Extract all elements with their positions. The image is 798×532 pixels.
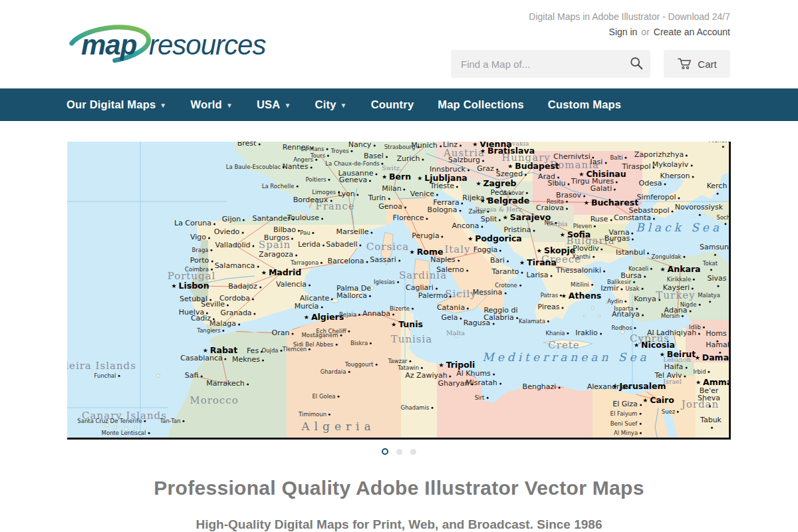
map-label: Brest (237, 142, 261, 148)
hero-map-slide[interactable]: Black SeaMediterranean SeaFranceSpainPor… (67, 142, 731, 440)
map-label: Tabuk (700, 416, 722, 431)
page-headline: Professional Quality Adobe Illustrator V… (0, 477, 798, 499)
map-label: Resita (547, 199, 568, 205)
map-label: Canary Islands (82, 411, 167, 421)
map-label: Kirikkale (667, 277, 695, 283)
map-label: Gela (441, 314, 462, 321)
map-label: Seville (201, 301, 229, 308)
map-label: Novorossiysk (675, 203, 723, 218)
map-label: Bologna (428, 206, 462, 213)
create-account-link[interactable]: Create an Account (654, 27, 730, 37)
nav-item-custom-maps[interactable]: Custom Maps (548, 98, 621, 111)
map-label: Limoges (312, 190, 340, 196)
map-label: Varna (608, 229, 633, 236)
carousel-dot-3[interactable] (410, 449, 416, 455)
map-label: Murcia (295, 303, 323, 310)
logo[interactable]: map resources (65, 22, 271, 66)
map-label: Athens (561, 292, 601, 301)
map-label: Thessaloniki (556, 267, 605, 274)
map-label: Cadiz (191, 315, 215, 322)
map-label: Tunisia (391, 334, 433, 344)
map-label: Marseille (336, 228, 372, 235)
map-label: Lausanne (338, 170, 377, 177)
map-label: Budapest (507, 162, 559, 171)
nav-item-world[interactable]: World▼ (190, 98, 233, 111)
map-label: Nicosia (634, 341, 675, 350)
search-input[interactable] (451, 50, 650, 78)
chevron-down-icon: ▼ (340, 102, 347, 109)
chevron-down-icon: ▼ (160, 102, 166, 109)
search-button[interactable] (628, 55, 645, 72)
map-label: Zonguldak (651, 254, 685, 260)
map-label: Israel (663, 378, 682, 385)
map-label: Bilbao (273, 226, 300, 233)
nav-item-map-collections[interactable]: Map Collections (438, 98, 524, 111)
map-label: Ghardaia (321, 369, 350, 375)
map-label: Perugia (412, 232, 443, 239)
map-label: Funchal (94, 373, 120, 379)
map-label: Lisbon (171, 282, 209, 291)
cart-button[interactable]: Cart (664, 50, 730, 78)
map-label: Crete (548, 340, 579, 350)
map-label: Innsbruck (430, 166, 469, 173)
map-label: Tatawin (398, 365, 423, 371)
map-label: Mitilini (571, 282, 593, 288)
carousel-dot-1[interactable] (382, 448, 388, 455)
map-label: Touggourt (345, 362, 378, 368)
map-label: Be'er Sheva (698, 387, 720, 410)
map-label: Iraklio (575, 329, 602, 336)
nav-item-our-digital-maps[interactable]: Our Digital Maps▼ (66, 98, 166, 111)
map-label: Bejaia (339, 312, 360, 318)
map-label: Kayseri (663, 284, 694, 291)
map-label: Vigo (190, 233, 210, 241)
map-label: Madeira Islands (67, 361, 136, 371)
map-label: Turkey (656, 291, 695, 301)
map-label: Annaba (362, 310, 394, 317)
map-label: Constanta (614, 214, 655, 221)
map-label: Iglesias (374, 279, 399, 285)
map-label: Linz (443, 142, 462, 149)
nav-item-city[interactable]: City▼ (315, 98, 347, 111)
map-label: Jerusalem (612, 382, 666, 391)
map-label: Oran (272, 329, 294, 336)
map-label: Bulgaria (567, 236, 615, 246)
map-label: Safi (185, 372, 203, 379)
map-label: Valladolid (215, 241, 254, 249)
map-label: Sibiu (547, 180, 569, 187)
map-label: Sassari (370, 256, 400, 263)
map-label: Rodhos (611, 325, 636, 331)
map-label: Ruse (591, 215, 612, 223)
map-label: Huelva (179, 309, 208, 316)
map-label: Isparta (614, 306, 638, 312)
map-label: Balti (610, 155, 626, 161)
map-label: Algeria (301, 421, 375, 432)
map-label: Tunis (391, 321, 423, 329)
map-label: Romania (550, 160, 599, 170)
map-label: Galati (591, 185, 616, 192)
nav-item-country[interactable]: Country (371, 98, 414, 111)
map-label: Monte Lentiscal (102, 430, 150, 436)
map-label: Oujda (261, 348, 282, 354)
map-label: La Baule-Escoublac (226, 164, 285, 170)
map-label: Bern (382, 173, 411, 182)
map-label: Spain (259, 240, 291, 250)
map-label: Ferrara (433, 199, 463, 206)
map-label: Sebastopol (628, 207, 673, 214)
map-label: Rijeka (462, 194, 488, 201)
carousel-dot-2[interactable] (396, 449, 402, 455)
map-label: Chisinau (579, 170, 626, 179)
map-label: Biskra (350, 340, 372, 346)
map-label: La Chaux-de-Fonds (325, 161, 383, 167)
map-label: Zagreb (475, 180, 516, 188)
map-label: Arad (538, 173, 559, 180)
map-label: Rome (410, 248, 444, 257)
sign-in-link[interactable]: Sign in (609, 27, 638, 37)
map-label: Sicily (445, 289, 477, 299)
map-label: Belgrade (480, 197, 529, 205)
map-label: Malaga (209, 320, 240, 327)
nav-item-usa[interactable]: USA▼ (257, 98, 291, 111)
map-label: Florence (393, 214, 428, 221)
map-label: Vukovar (501, 190, 528, 196)
map-label: Pau (300, 230, 314, 236)
map-label: Beni Suef (610, 421, 642, 427)
